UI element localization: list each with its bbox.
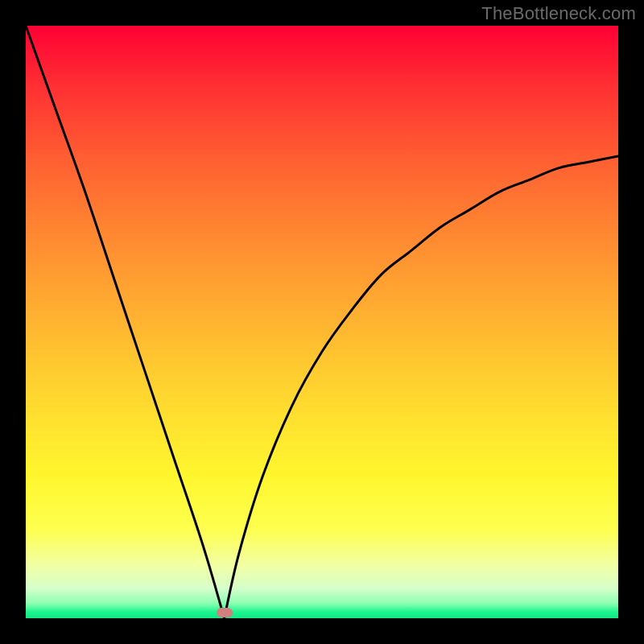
chart-container: TheBottleneck.com: [0, 0, 644, 644]
curve-path: [26, 26, 618, 618]
bottleneck-curve: [26, 26, 618, 618]
watermark-text: TheBottleneck.com: [481, 3, 636, 24]
plot-area: [26, 26, 618, 618]
minimum-marker: [217, 608, 233, 617]
